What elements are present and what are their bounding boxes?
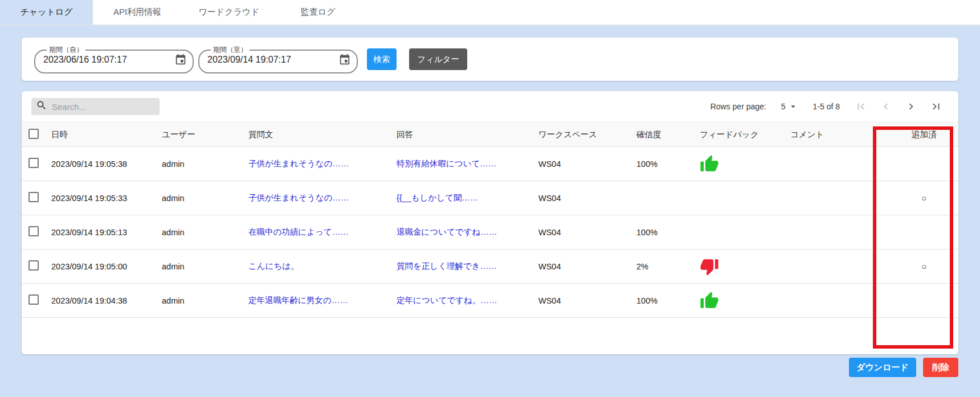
download-button[interactable]: ダウンロード xyxy=(849,358,916,377)
col-workspace: ワークスペース xyxy=(538,129,636,140)
cell-confidence: 100% xyxy=(636,296,700,305)
col-datetime: 日時 xyxy=(51,129,162,140)
date-from-label: 期間（自） xyxy=(47,45,85,55)
select-all-checkbox[interactable] xyxy=(28,129,39,139)
cell-datetime: 2023/09/14 19:05:33 xyxy=(51,194,162,203)
last-page-icon[interactable] xyxy=(930,100,942,113)
cell-workspace: WS04 xyxy=(538,228,636,237)
chevron-left-icon[interactable] xyxy=(880,100,892,113)
cell-question-link[interactable]: 在職中の功績によって…… xyxy=(248,227,397,238)
date-to-field[interactable]: 期間（至） 2023/09/14 19:07:17 xyxy=(198,45,358,73)
table-row: 2023/09/14 19:05:33 admin 子供が生まれそうなの…… {… xyxy=(22,181,958,215)
pagination-range: 1-5 of 8 xyxy=(813,102,840,111)
cell-question-link[interactable]: 定年退職年齢に男女の…… xyxy=(248,295,397,306)
rows-per-page-value: 5 xyxy=(781,102,786,111)
cell-datetime: 2023/09/14 19:05:00 xyxy=(51,262,162,271)
cell-datetime: 2023/09/14 19:04:38 xyxy=(51,296,162,305)
tab-audit-log[interactable]: 監査ログ xyxy=(276,0,360,24)
date-to-label: 期間（至） xyxy=(211,45,250,55)
table-row: 2023/09/14 19:05:38 admin 子供が生まれそうなの…… 特… xyxy=(22,147,958,181)
date-from-value[interactable]: 2023/06/16 19:07:17 xyxy=(43,55,127,65)
cell-confidence: 100% xyxy=(636,159,700,169)
col-user: ユーザー xyxy=(162,129,248,140)
cell-question-link[interactable]: こんにちは。 xyxy=(248,261,397,272)
table-row: 2023/09/14 19:04:38 admin 定年退職年齢に男女の…… 定… xyxy=(22,284,958,318)
cell-confidence: 100% xyxy=(636,228,700,237)
tab-word-cloud[interactable]: ワードクラウド xyxy=(182,0,276,24)
thumbs-up-icon xyxy=(700,154,719,174)
col-added: 追加済 xyxy=(896,129,953,140)
thumbs-down-icon xyxy=(700,257,719,276)
cell-added: ○ xyxy=(896,193,953,203)
row-checkbox[interactable] xyxy=(28,192,39,202)
calendar-icon[interactable] xyxy=(174,54,187,66)
cell-workspace: WS04 xyxy=(538,159,636,169)
thumbs-up-icon xyxy=(700,291,719,310)
table-search-input[interactable] xyxy=(52,102,155,112)
cell-feedback xyxy=(700,257,790,276)
cell-answer-link[interactable]: {{__もしかして聞…… xyxy=(397,193,538,203)
cell-answer-link[interactable]: 質問を正しく理解でき…… xyxy=(397,261,538,272)
cell-added: ○ xyxy=(896,261,953,271)
calendar-icon[interactable] xyxy=(338,54,351,66)
col-comment: コメント xyxy=(790,129,896,140)
cell-workspace: WS04 xyxy=(538,296,636,305)
col-confidence: 確信度 xyxy=(636,129,700,140)
cell-feedback xyxy=(700,154,790,174)
row-checkbox[interactable] xyxy=(28,226,39,236)
table-panel: Rows per page: 5 1-5 of 8 日時 ユーザー 質問文 回答… xyxy=(22,91,958,354)
tab-bar: チャットログ API利用情報 ワードクラウド 監査ログ xyxy=(0,0,980,25)
table-row: 2023/09/14 19:05:00 admin こんにちは。 質問を正しく理… xyxy=(22,249,958,284)
search-button[interactable]: 検索 xyxy=(367,48,397,70)
row-checkbox[interactable] xyxy=(28,158,39,168)
filter-panel: 期間（自） 2023/06/16 19:07:17 期間（至） 2023/09/… xyxy=(22,38,958,81)
cell-user: admin xyxy=(162,296,248,305)
row-checkbox[interactable] xyxy=(28,260,39,271)
table-row: 2023/09/14 19:05:13 admin 在職中の功績によって…… 退… xyxy=(22,215,958,249)
col-question: 質問文 xyxy=(248,129,397,140)
cell-answer-link[interactable]: 特別有給休暇について…… xyxy=(397,158,538,169)
table-header: 日時 ユーザー 質問文 回答 ワークスペース 確信度 フィードバック コメント … xyxy=(22,122,958,147)
footer-actions: ダウンロード 削除 xyxy=(849,358,958,377)
filter-button[interactable]: フィルター xyxy=(409,48,467,70)
tab-chat-log[interactable]: チャットログ xyxy=(0,0,93,24)
cell-confidence: 2% xyxy=(636,262,700,271)
date-from-field[interactable]: 期間（自） 2023/06/16 19:07:17 xyxy=(34,45,194,73)
cell-feedback xyxy=(700,291,790,310)
cell-user: admin xyxy=(162,159,248,169)
table-search[interactable] xyxy=(31,98,160,115)
cell-user: admin xyxy=(162,262,248,271)
cell-answer-link[interactable]: 定年についてですね。…… xyxy=(397,295,538,306)
cell-user: admin xyxy=(162,228,248,237)
cell-datetime: 2023/09/14 19:05:38 xyxy=(51,159,162,169)
tab-api-usage[interactable]: API利用情報 xyxy=(93,0,182,24)
rows-per-page-select[interactable]: 5 xyxy=(781,101,798,112)
table-body: 2023/09/14 19:05:38 admin 子供が生まれそうなの…… 特… xyxy=(22,147,958,318)
cell-answer-link[interactable]: 退職金についてですね…… xyxy=(397,227,538,238)
date-to-value[interactable]: 2023/09/14 19:07:17 xyxy=(207,55,291,65)
first-page-icon[interactable] xyxy=(855,100,867,113)
table-toolbar: Rows per page: 5 1-5 of 8 xyxy=(22,91,958,122)
cell-workspace: WS04 xyxy=(538,262,636,271)
cell-workspace: WS04 xyxy=(538,194,636,203)
col-feedback: フィードバック xyxy=(700,129,790,140)
delete-button[interactable]: 削除 xyxy=(923,358,958,377)
cell-question-link[interactable]: 子供が生まれそうなの…… xyxy=(248,193,397,203)
rows-per-page-label: Rows per page: xyxy=(710,102,766,111)
cell-question-link[interactable]: 子供が生まれそうなの…… xyxy=(248,158,397,169)
chevron-down-icon xyxy=(788,101,798,112)
pagination: Rows per page: 5 1-5 of 8 xyxy=(710,100,942,113)
chevron-right-icon[interactable] xyxy=(905,100,917,113)
row-checkbox[interactable] xyxy=(28,294,39,305)
col-answer: 回答 xyxy=(397,129,538,140)
cell-datetime: 2023/09/14 19:05:13 xyxy=(51,228,162,237)
search-icon xyxy=(36,100,47,113)
cell-user: admin xyxy=(162,194,248,203)
